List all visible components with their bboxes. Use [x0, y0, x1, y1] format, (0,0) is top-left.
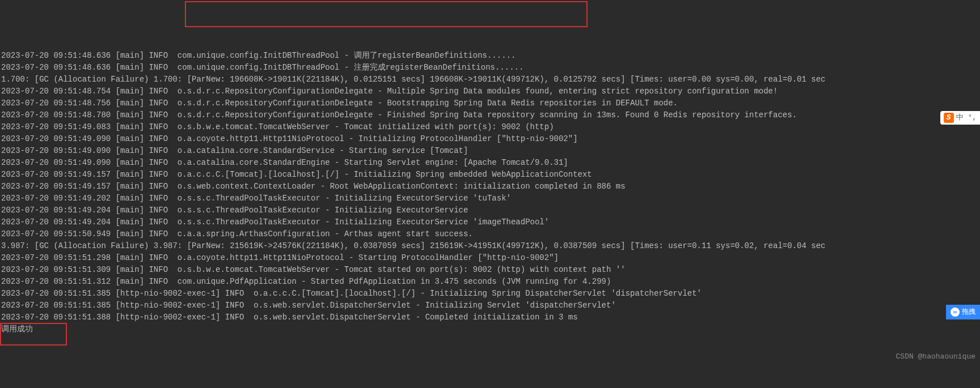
highlight-box-top: [185, 1, 588, 27]
ime-text: 中 °,: [956, 112, 977, 123]
log-line: 2023-07-20 09:51:50.949 [main] INFO c.a.…: [1, 228, 979, 240]
log-line: 2023-07-20 09:51:49.204 [main] INFO o.s.…: [1, 204, 979, 216]
log-line: 1.700: [GC (Allocation Failure) 1.700: […: [1, 74, 979, 86]
log-line: 2023-07-20 09:51:49.157 [main] INFO o.s.…: [1, 181, 979, 193]
log-line: 2023-07-20 09:51:51.385 [http-nio-9002-e…: [1, 300, 979, 312]
baidu-icon: ∞: [951, 308, 960, 317]
log-line: 2023-07-20 09:51:51.312 [main] INFO com.…: [1, 276, 979, 288]
log-line: 调用成功: [1, 323, 979, 335]
log-line: 2023-07-20 09:51:51.388 [http-nio-9002-e…: [1, 312, 979, 323]
log-line: 2023-07-20 09:51:48.754 [main] INFO o.s.…: [1, 86, 979, 97]
watermark-text: CSDN @haohaounique: [896, 351, 975, 363]
baidu-text: 拖拽: [962, 307, 975, 317]
log-line: 2023-07-20 09:51:49.202 [main] INFO o.s.…: [1, 193, 979, 204]
log-line: 3.987: [GC (Allocation Failure) 3.987: […: [1, 240, 979, 252]
console-log[interactable]: 2023-07-20 09:51:48.636 [main] INFO com.…: [0, 48, 980, 338]
log-line: 2023-07-20 09:51:49.090 [main] INFO o.a.…: [1, 133, 979, 145]
ime-indicator[interactable]: S 中 °,: [940, 111, 980, 125]
log-line: 2023-07-20 09:51:51.298 [main] INFO o.a.…: [1, 252, 979, 264]
sogou-icon: S: [944, 113, 954, 123]
log-line: 2023-07-20 09:51:49.090 [main] INFO o.a.…: [1, 157, 979, 169]
log-line: 2023-07-20 09:51:49.083 [main] INFO o.s.…: [1, 121, 979, 133]
baidu-indicator[interactable]: ∞ 拖拽: [946, 305, 980, 319]
log-line: 2023-07-20 09:51:49.157 [main] INFO o.a.…: [1, 169, 979, 181]
log-line: 2023-07-20 09:51:51.309 [main] INFO o.s.…: [1, 264, 979, 276]
log-line: 2023-07-20 09:51:48.636 [main] INFO com.…: [1, 50, 979, 62]
log-line: 2023-07-20 09:51:48.756 [main] INFO o.s.…: [1, 97, 979, 109]
log-line: 2023-07-20 09:51:48.636 [main] INFO com.…: [1, 62, 979, 74]
log-line: 2023-07-20 09:51:51.385 [http-nio-9002-e…: [1, 288, 979, 300]
log-line: 2023-07-20 09:51:48.780 [main] INFO o.s.…: [1, 109, 979, 121]
log-line: 2023-07-20 09:51:49.204 [main] INFO o.s.…: [1, 216, 979, 228]
log-line: 2023-07-20 09:51:49.090 [main] INFO o.a.…: [1, 145, 979, 157]
